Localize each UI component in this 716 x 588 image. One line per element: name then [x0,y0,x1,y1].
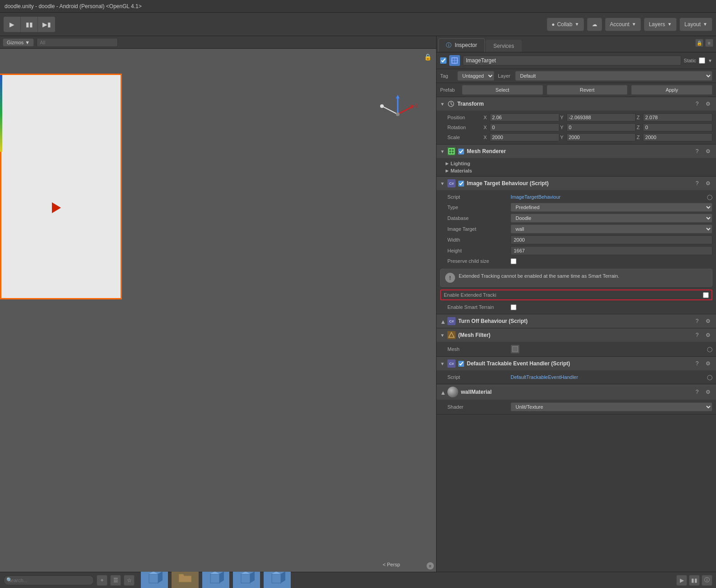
image-target-behaviour-header[interactable]: ▼ C# Image Target Behaviour (Script) ? ⚙ [437,177,716,190]
prefab-label: Prefab [440,87,458,93]
mesh-filter-header[interactable]: ▼ (Mesh Filter) ? ⚙ [437,328,716,342]
lighting-section[interactable]: ▶ Lighting [437,160,716,167]
mesh-renderer-settings-button[interactable]: ⚙ [703,147,712,156]
bottom-star-button[interactable]: ☆ [124,575,135,586]
itb-title: Image Target Behaviour (Script) [467,180,690,187]
object-name-input[interactable] [463,56,681,65]
mf-help-button[interactable]: ? [693,331,702,340]
wm-help-button[interactable]: ? [693,387,702,397]
gizmos-button[interactable]: Gizmos ▼ [3,38,34,47]
lighting-label: Lighting [451,161,470,166]
wm-settings-button[interactable]: ⚙ [703,387,712,397]
mesh-renderer-checkbox[interactable] [458,149,464,154]
bottom-search-container: 🔍 [4,575,94,585]
cloud-button[interactable]: ☁ [587,18,602,31]
scene-lock-icon[interactable]: 🔒 [424,53,432,61]
tob-help-button[interactable]: ? [693,317,702,326]
panel-lock-button[interactable]: 🔒 [695,39,703,47]
bottom-create-button[interactable]: + [97,575,107,586]
itb-help-button[interactable]: ? [693,179,702,188]
prefab-apply-button[interactable]: Apply [631,85,712,95]
tab-services[interactable]: Services [486,40,522,52]
pos-x-input[interactable] [490,113,559,121]
panel-menu-button[interactable]: ≡ [705,39,713,47]
itb-database-select[interactable]: Doodle [511,214,712,223]
dte-collapse-icon: ▼ [440,361,445,366]
bottom-play-button[interactable]: ▶ [676,575,687,586]
layout-button[interactable]: Layout ▼ [679,18,712,31]
itb-width-label: Width [447,237,511,243]
materials-section[interactable]: ▶ Materials [437,167,716,174]
itb-settings-button[interactable]: ⚙ [703,179,712,188]
turn-off-behaviour-header[interactable]: ▶ C# Turn Off Behaviour (Script) ? ⚙ [437,314,716,328]
scale-z-input[interactable] [643,133,712,141]
smart-terrain-checkbox[interactable] [511,304,516,310]
step-button[interactable]: ▶▮ [38,17,55,32]
itb-imagetarget-label: Image Target [447,226,511,232]
rot-y-input[interactable] [567,123,636,131]
extended-tracking-label: Enable Extended Tracki [444,292,703,298]
tag-select[interactable]: Untagged [457,71,494,81]
collab-button[interactable]: ● Collab ▼ [547,18,584,31]
wm-shader-select[interactable]: Unlit/Texture [511,402,712,411]
transform-help-button[interactable]: ? [693,99,702,108]
object-active-checkbox[interactable] [440,57,446,64]
static-dropdown-icon[interactable]: ▼ [708,58,712,63]
wall-material-header[interactable]: ▶ wallMaterial ? ⚙ [437,384,716,400]
tob-title: Turn Off Behaviour (Script) [458,318,690,324]
scene-toolbar: Gizmos ▼ [0,36,436,49]
mesh-circle-icon[interactable]: ◯ [707,346,712,352]
pos-y-input[interactable] [567,113,636,121]
mesh-label: Mesh [447,346,511,352]
svg-marker-22 [158,571,163,583]
mesh-filter-body: Mesh ◯ [437,342,716,356]
itb-checkbox[interactable] [458,181,464,187]
itb-preserve-checkbox[interactable] [511,258,516,264]
transform-header[interactable]: ▼ Transform ? ⚙ [437,97,716,111]
mesh-renderer-help-button[interactable]: ? [693,147,702,156]
default-trackable-header[interactable]: ▼ C# Default Trackable Event Handler (Sc… [437,357,716,370]
play-button[interactable]: ▶ [4,17,21,32]
wm-title: wallMaterial [461,389,690,395]
itb-imagetarget-select[interactable]: wall [511,224,712,233]
account-label: Account [610,21,629,28]
object-header: Static ▼ [437,52,716,69]
rot-z-input[interactable] [643,123,712,131]
scale-x-input[interactable] [490,133,559,141]
tob-settings-button[interactable]: ⚙ [703,317,712,326]
dte-script-value[interactable]: DefaultTrackableEventHandler [511,374,578,380]
dte-help-button[interactable]: ? [693,359,702,368]
rot-x-input[interactable] [490,123,559,131]
itb-script-value[interactable]: ImageTargetBehaviour [511,194,561,200]
account-button[interactable]: Account ▼ [605,18,641,31]
layers-button[interactable]: Layers ▼ [644,18,677,31]
tab-inspector[interactable]: ⓘ Inspector [438,38,485,52]
scene-canvas[interactable]: Z X 🔒 < Persp ≡ [0,49,436,572]
scene-search-input[interactable] [37,38,118,47]
layer-label: Layer [498,73,511,79]
itb-preserve-label: Preserve child size [447,258,511,264]
bottom-info-button[interactable]: ⓘ [702,575,712,586]
dte-body: Script DefaultTrackableEventHandler ◯ [437,370,716,384]
prefab-select-button[interactable]: Select [462,85,543,95]
svg-rect-29 [272,574,281,583]
dte-settings-button[interactable]: ⚙ [703,359,712,368]
mf-settings-button[interactable]: ⚙ [703,331,712,340]
itb-script-circle[interactable]: ◯ [707,194,712,200]
pos-z-input[interactable] [643,113,712,121]
dte-checkbox[interactable] [458,361,464,367]
scale-y-input[interactable] [567,133,636,141]
static-checkbox[interactable] [699,57,705,64]
bottom-filter-button[interactable]: ☰ [110,575,121,586]
pause-button[interactable]: ▮▮ [21,17,38,32]
project-search-input[interactable] [4,575,94,585]
transform-settings-button[interactable]: ⚙ [703,99,712,108]
mesh-renderer-header[interactable]: ▼ Mesh Renderer ? ⚙ [437,145,716,158]
extended-tracking-checkbox[interactable] [703,292,709,298]
prefab-revert-button[interactable]: Revert [547,85,628,95]
layer-select[interactable]: Default [515,71,712,81]
bottom-stop-button[interactable]: ▮▮ [689,575,700,586]
itb-type-select[interactable]: Predefined [511,203,712,212]
dte-script-circle[interactable]: ◯ [707,374,712,380]
title-text: doodle.unity - doodle - Android (Persona… [5,3,142,9]
